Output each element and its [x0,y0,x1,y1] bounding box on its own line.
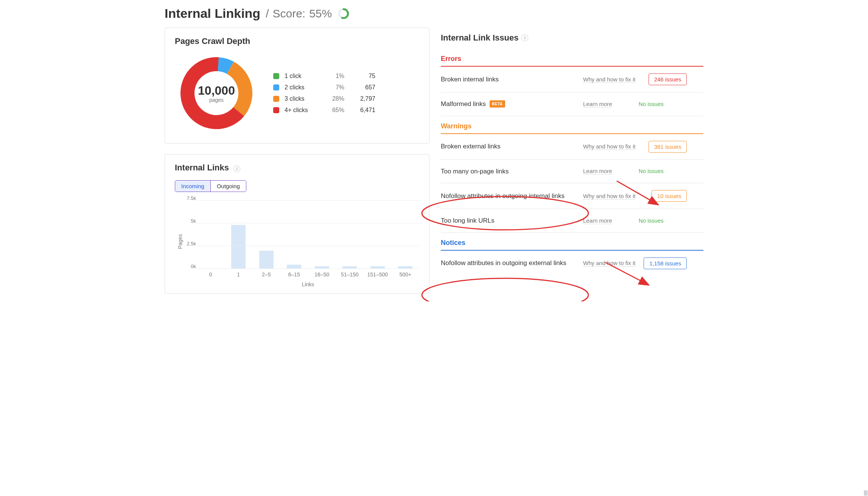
bar-plot [197,200,419,268]
internal-links-title: Internal Links i [175,163,419,173]
issue-status: No issues [618,217,664,224]
tab-incoming[interactable]: Incoming [175,181,210,192]
issue-status: No issues [618,101,664,108]
why-and-how-link[interactable]: Why and how to fix it [583,193,635,200]
crawl-depth-donut[interactable]: 10,000 pages [175,51,258,135]
issues-section-warnings: Warnings [441,120,703,134]
crawl-depth-total: 10,000 [198,84,235,98]
crawl-depth-title: Pages Crawl Depth [175,36,419,46]
gridline [197,268,419,269]
issue-count-button[interactable]: 381 issues [649,141,687,153]
page-title: Internal Linking [165,6,260,21]
legend-swatch [273,96,279,102]
legend-swatch [273,107,279,113]
internal-links-tabs: Incoming Outgoing [175,180,246,192]
x-tick: 16–50 [308,271,336,278]
x-tick: 500+ [392,271,420,278]
why-and-how-link[interactable]: Why and how to fix it [583,143,635,150]
issue-name: Too many on-page links [441,167,577,176]
no-issues-text: No issues [639,168,664,174]
info-icon[interactable]: i [521,34,528,41]
gridline [197,223,419,223]
learn-more-link[interactable]: Learn more [583,217,612,224]
legend-percent: 7% [322,84,344,91]
legend-count: 75 [349,73,375,80]
learn-more-link[interactable]: Learn more [583,168,612,175]
issue-name: Broken external links [441,142,577,151]
y-tick: 7.5k [181,195,196,201]
gridline [197,246,419,246]
bar [287,265,301,268]
issues-section-notices: Notices [441,237,703,251]
score-value: 55% [309,7,332,20]
issue-name-text: Broken internal links [441,75,499,84]
legend-swatch [273,73,279,79]
issue-count-button[interactable]: 1,158 issues [644,257,687,269]
score-slash: / [266,7,269,20]
x-tick: 0 [197,271,225,278]
issue-status: 381 issues [641,141,687,153]
learn-more-link[interactable]: Learn more [583,101,612,108]
page-header: Internal Linking / Score: 55% [165,6,703,21]
beta-badge: BETA [490,100,505,108]
crawl-depth-total-label: pages [209,97,224,103]
no-issues-text: No issues [639,217,664,224]
legend-percent: 28% [322,95,344,102]
issue-count-button[interactable]: 10 issues [652,190,687,202]
bar-column[interactable] [225,225,253,268]
issue-name: Too long link URLs [441,216,577,226]
legend-swatch [273,84,279,90]
x-axis-label: Links [197,281,419,287]
y-tick: 5k [181,218,196,224]
no-issues-text: No issues [639,101,664,107]
tab-outgoing[interactable]: Outgoing [210,181,246,192]
issue-row: Broken internal linksWhy and how to fix … [441,67,703,92]
x-ticks: 012–56–1516–5051–150151–500500+ [197,271,419,278]
issue-name-text: Too long link URLs [441,216,495,226]
issues-title-text: Internal Link Issues [441,33,518,43]
legend-percent: 1% [322,73,344,80]
issue-name: Nofollow attributes in outgoing internal… [441,191,577,201]
crawl-depth-legend: 1 click1%752 clicks7%6573 clicks28%2,797… [273,73,375,114]
y-tick: 2.5k [181,241,196,246]
legend-label: 4+ clicks [285,107,317,114]
legend-count: 6,471 [349,107,375,114]
issue-row: Nofollow attributes in outgoing internal… [441,183,703,209]
issue-row: Malformed linksBETALearn moreNo issues [441,92,703,116]
x-tick: 1 [225,271,253,278]
issue-name-text: Malformed links [441,99,486,109]
issue-status: 10 issues [641,190,687,202]
issue-count-button[interactable]: 246 issues [649,73,687,85]
issue-row: Too long link URLsLearn moreNo issues [441,209,703,233]
issue-status: 246 issues [641,73,687,85]
issues-title: Internal Link Issues i [441,33,703,43]
issue-row: Too many on-page linksLearn moreNo issue… [441,160,703,184]
issue-name-text: Nofollow attributes in outgoing external… [441,258,566,268]
why-and-how-link[interactable]: Why and how to fix it [583,260,635,267]
legend-count: 657 [349,84,375,91]
issue-name: Broken internal links [441,75,577,84]
issue-name: Nofollow attributes in outgoing external… [441,258,577,268]
svg-point-4 [422,278,588,301]
y-tick: 0k [181,264,196,269]
issue-name: Malformed linksBETA [441,99,577,109]
internal-links-barchart: Pages 7.5k5k2.5k0k 012–56–1516–5051–1501… [175,198,419,285]
crawl-depth-card: Pages Crawl Depth 10,000 pages 1 click1%… [165,28,429,143]
internal-links-title-text: Internal Links [175,163,229,172]
issue-status: No issues [618,168,664,175]
x-tick: 6–15 [280,271,308,278]
bar [259,251,274,268]
issues-section-errors: Errors [441,53,703,67]
legend-label: 3 clicks [285,95,317,102]
legend-label: 2 clicks [285,84,317,91]
info-icon[interactable]: i [233,165,240,172]
bar-column[interactable] [280,265,308,268]
bar-column[interactable] [252,251,280,268]
score-donut-icon [338,8,349,19]
why-and-how-link[interactable]: Why and how to fix it [583,76,635,83]
issue-row: Broken external linksWhy and how to fix … [441,134,703,160]
issue-name-text: Nofollow attributes in outgoing internal… [441,191,565,201]
score-label: Score: [272,7,305,20]
issue-status: 1,158 issues [641,257,687,269]
x-tick: 151–500 [364,271,392,278]
